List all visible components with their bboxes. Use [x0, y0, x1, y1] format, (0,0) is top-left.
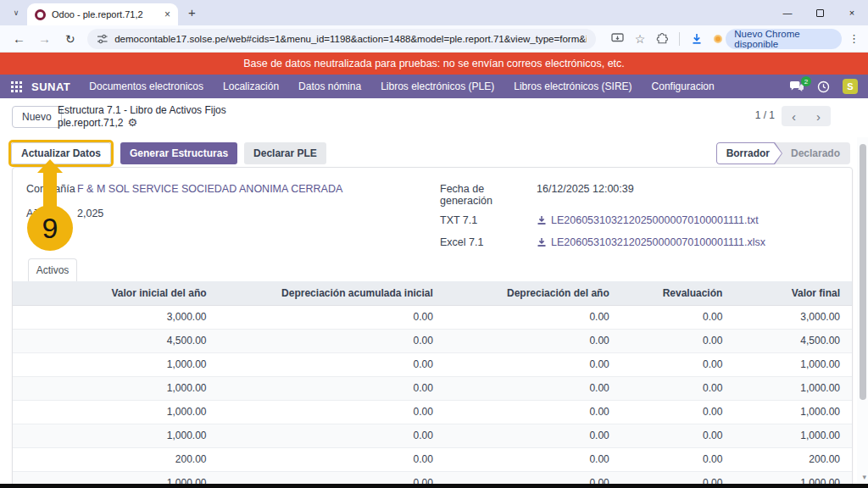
messages-button[interactable]: 2: [789, 80, 804, 92]
form-sheet: Compañía F & M SOL SERVICE SOCIEDAD ANON…: [12, 167, 853, 488]
status-draft[interactable]: Borrador Borrador: [716, 142, 782, 164]
nav-menu-item[interactable]: Libros electrónicos (SIRE): [514, 80, 632, 92]
column-header[interactable]: Depreciación del año: [445, 281, 621, 305]
new-record-button[interactable]: Nuevo: [12, 106, 62, 128]
table-cell: 1,000.00: [13, 376, 219, 400]
browser-tab[interactable]: Odoo - ple.report.71,2 ×: [27, 3, 178, 25]
table-cell: 200.00: [13, 447, 219, 471]
year-value[interactable]: 2,025: [77, 208, 103, 219]
scrollbar-thumb[interactable]: [860, 144, 866, 400]
table-cell: 3,000.00: [13, 305, 219, 329]
table-cell: 0.00: [621, 305, 735, 329]
toolbar-icons: ☆: [611, 32, 723, 46]
reload-icon[interactable]: ↻: [65, 32, 75, 46]
browser-tabstrip: ∨ Odoo - ple.report.71,2 × + — ×: [0, 0, 868, 25]
url-text: democontable17.solse.pe/web#cids=1&menu_…: [114, 34, 587, 44]
chrome-update-chip[interactable]: Nuevo Chrome disponible: [726, 29, 842, 49]
table-row[interactable]: 1,000.000.000.000.001,000.00: [13, 424, 852, 447]
column-header[interactable]: Depreciación acumulada inicial: [219, 281, 445, 305]
table-cell: 0.00: [621, 376, 735, 400]
table-cell: 0.00: [219, 400, 445, 424]
browser-menu-icon[interactable]: ⋮: [849, 32, 860, 45]
scroll-down-icon[interactable]: ▾: [862, 473, 866, 481]
messages-badge: 2: [801, 76, 811, 86]
form-right-group: Fecha de generación 16/12/2025 12:00:39 …: [440, 183, 765, 258]
gear-icon[interactable]: ⚙: [127, 116, 137, 129]
apps-grid-icon[interactable]: [11, 81, 22, 92]
table-cell: 0.00: [219, 447, 445, 471]
table-cell: 1,000.00: [734, 352, 852, 376]
table-cell: 1,000.00: [13, 400, 219, 424]
assets-table: Valor inicial del añoDepreciación acumul…: [13, 281, 852, 488]
record-name: ple.report.71,2: [58, 117, 123, 129]
tune-icon: [97, 34, 108, 44]
nav-menu-item[interactable]: Localización: [223, 80, 279, 92]
table-row[interactable]: 1,000.000.000.000.001,000.00: [13, 400, 852, 424]
pager: ‹ ›: [782, 106, 831, 126]
activities-clock-icon[interactable]: [817, 80, 830, 93]
status-draft-label: Borrador: [717, 147, 783, 159]
company-value[interactable]: F & M SOL SERVICE SOCIEDAD ANONIMA CERRA…: [77, 183, 342, 195]
table-row[interactable]: 4,500.000.000.000.004,500.00: [13, 329, 852, 352]
generation-date-label: Fecha de generación: [440, 183, 537, 207]
send-to-device-icon[interactable]: [611, 33, 624, 44]
nav-menu-item[interactable]: Libros electrónicos (PLE): [381, 80, 494, 92]
txt-file-label: TXT 7.1: [440, 214, 537, 226]
table-row[interactable]: 3,000.000.000.000.003,000.00: [13, 305, 852, 329]
extensions-icon[interactable]: [656, 33, 668, 45]
column-header[interactable]: Valor inicial del año: [13, 281, 219, 305]
table-cell: 0.00: [445, 400, 621, 424]
restore-icon: [816, 9, 824, 17]
tab-close-icon[interactable]: ×: [164, 9, 170, 19]
table-row[interactable]: 200.000.000.000.00200.00: [13, 447, 852, 471]
restore-button[interactable]: [804, 0, 836, 25]
pager-previous-icon[interactable]: ‹: [782, 106, 806, 126]
table-cell: 0.00: [621, 329, 735, 352]
notification-dot-icon[interactable]: [714, 35, 722, 43]
window-controls: — ×: [771, 0, 868, 25]
column-header[interactable]: Valor final: [734, 281, 852, 305]
excel-file-label: Excel 7.1: [440, 236, 537, 248]
tab-activos[interactable]: Activos: [28, 258, 77, 281]
table-row[interactable]: 1,000.000.000.000.001,000.00: [13, 352, 852, 376]
table-cell: 0.00: [445, 447, 621, 471]
table-row[interactable]: 1,000.000.000.000.001,000.00: [13, 376, 852, 400]
form-left-group: Compañía F & M SOL SERVICE SOCIEDAD ANON…: [26, 183, 342, 232]
column-header[interactable]: Revaluación: [621, 281, 735, 305]
tab-search-icon[interactable]: ∨: [8, 5, 24, 20]
step-number-badge: 9: [27, 205, 73, 251]
generation-date-value: 16/12/2025 12:00:39: [537, 183, 634, 195]
app-brand[interactable]: SUNAT: [31, 80, 70, 93]
table-cell: 1,000.00: [734, 400, 852, 424]
generate-structures-button[interactable]: Generar Estructuras: [120, 142, 237, 164]
table-cell: 1,000.00: [734, 424, 852, 447]
pager-next-icon[interactable]: ›: [806, 106, 831, 126]
nav-menu-item[interactable]: Datos nómina: [298, 80, 361, 92]
bookmark-star-icon[interactable]: ☆: [635, 32, 646, 46]
table-cell: 0.00: [219, 329, 445, 352]
declare-ple-button[interactable]: Declarar PLE: [244, 142, 326, 164]
odoo-favicon-icon: [35, 9, 46, 20]
address-bar[interactable]: democontable17.solse.pe/web#cids=1&menu_…: [87, 29, 596, 49]
navbar-right: 2 S: [789, 79, 858, 94]
step-arrow-icon: [37, 159, 63, 173]
test-database-banner: Base de datos neutralizada para pruebas:…: [0, 53, 868, 75]
user-avatar[interactable]: S: [843, 79, 858, 94]
file-download-icon: [537, 237, 547, 247]
txt-file-link[interactable]: LE2060531032120250000070100001111.txt: [537, 214, 759, 226]
nav-menu-item[interactable]: Documentos electronicos: [89, 80, 203, 92]
close-window-button[interactable]: ×: [836, 0, 868, 25]
status-declared[interactable]: Declarado: [782, 142, 850, 164]
excel-file-link[interactable]: LE2060531032120250000070100001111.xlsx: [537, 236, 765, 248]
new-tab-button[interactable]: +: [188, 5, 196, 19]
nav-menu-item[interactable]: Configuracion: [652, 80, 715, 92]
table-cell: 0.00: [219, 376, 445, 400]
txt-file-name: LE2060531032120250000070100001111.txt: [551, 214, 759, 226]
page-scrollbar[interactable]: ▾: [857, 137, 868, 488]
download-icon[interactable]: [691, 33, 703, 45]
table-cell: 4,500.00: [13, 329, 219, 352]
back-icon[interactable]: ←: [13, 31, 25, 46]
breadcrumb-title[interactable]: Estructura 7.1 - Libro de Activos Fijos: [58, 104, 226, 116]
table-cell: 0.00: [621, 352, 735, 376]
minimize-button[interactable]: —: [771, 0, 804, 25]
